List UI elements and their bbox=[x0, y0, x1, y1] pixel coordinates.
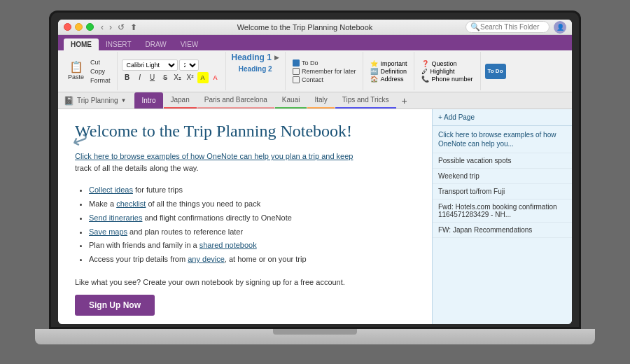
tab-intro-label: Intro bbox=[141, 97, 155, 104]
itineraries-link[interactable]: Send itineraries bbox=[89, 214, 142, 222]
list-item-text: and flight confirmations directly to One… bbox=[142, 214, 291, 222]
maximize-button[interactable] bbox=[86, 23, 94, 31]
checklist-link[interactable]: checklist bbox=[116, 200, 146, 208]
note-tabs: 📓 Trip Planning ▼ Intro Japan Paris and … bbox=[58, 92, 572, 109]
tab-insert[interactable]: INSERT bbox=[99, 38, 139, 50]
close-button[interactable] bbox=[64, 23, 71, 31]
italic-button[interactable]: I bbox=[134, 72, 146, 83]
important-tag[interactable]: ⭐ Important bbox=[370, 60, 407, 67]
superscript-button[interactable]: X² bbox=[185, 72, 196, 83]
tab-paris[interactable]: Paris and Barcelona bbox=[197, 92, 274, 108]
sidebar-page-item-5[interactable]: FW: Japan Recommendations bbox=[433, 223, 572, 238]
tab-home[interactable]: HOME bbox=[64, 38, 99, 50]
tab-intro[interactable]: Intro bbox=[134, 92, 162, 108]
list-item: Plan with friends and family in a shared… bbox=[89, 239, 415, 253]
traffic-lights bbox=[64, 23, 94, 31]
todo-badge[interactable]: To Do bbox=[485, 64, 506, 79]
sidebar-page-item-4[interactable]: Fwd: Hotels.com booking confirmation 116… bbox=[433, 200, 572, 223]
window-title: Welcome to the Trip Planning Notebook bbox=[144, 23, 465, 31]
tab-draw[interactable]: DRAW bbox=[139, 38, 174, 50]
screen-bezel: ‹ › ↺ ⬆ Welcome to the Trip Planning Not… bbox=[58, 20, 572, 324]
search-input[interactable] bbox=[480, 23, 545, 31]
heading1-button[interactable]: Heading 1 ▶ bbox=[229, 52, 282, 63]
sidebar-page-item-2[interactable]: Weekend trip bbox=[433, 169, 572, 184]
notebook-tab[interactable]: 📓 Trip Planning ▼ bbox=[58, 92, 132, 108]
tab-view[interactable]: VIEW bbox=[174, 38, 206, 50]
address-tag[interactable]: 🏠 Address bbox=[370, 76, 407, 83]
format-buttons-row: B I U S̶ X₂ X² A A bbox=[122, 72, 221, 83]
highlight-tag[interactable]: 🖊 Highlight bbox=[421, 68, 472, 75]
todo-checkbox bbox=[293, 59, 300, 66]
list-item-text: for future trips bbox=[133, 186, 183, 194]
tab-italy[interactable]: Italy bbox=[307, 92, 334, 108]
add-tab-button[interactable]: + bbox=[396, 92, 413, 108]
phone-icon: 📞 bbox=[421, 76, 429, 83]
contact-task[interactable]: Contact bbox=[293, 76, 356, 83]
main-content: ↩ Welcome to the Trip Planning Notebook!… bbox=[58, 109, 572, 324]
ribbon-tabs: HOME INSERT DRAW VIEW bbox=[58, 35, 572, 50]
subtitle-link[interactable]: Click here to browse examples of how One… bbox=[75, 152, 353, 160]
sidebar-page-item-3[interactable]: Transport to/from Fuji bbox=[433, 184, 572, 200]
sidebar-page-item-1[interactable]: Possible vacation spots bbox=[433, 153, 572, 169]
notebook-name: Trip Planning bbox=[77, 97, 118, 104]
contact-label: Contact bbox=[302, 76, 323, 83]
remember-task[interactable]: Remember for later bbox=[293, 68, 356, 75]
right-sidebar: + Add Page Click here to browse examples… bbox=[432, 109, 572, 324]
address-icon: 🏠 bbox=[370, 76, 378, 83]
tab-japan[interactable]: Japan bbox=[164, 92, 197, 108]
format-button[interactable]: Format bbox=[88, 76, 113, 85]
font-size-select[interactable]: 20 bbox=[179, 59, 199, 71]
paste-group: 📋 Paste Cut Copy Format bbox=[61, 52, 118, 90]
more-tags-list: ❓ Question 🖊 Highlight 📞 Phone number bbox=[419, 60, 475, 83]
definition-tag[interactable]: 🔤 Definition bbox=[370, 68, 407, 75]
paste-label: Paste bbox=[68, 74, 84, 80]
underline-button[interactable]: U bbox=[147, 72, 158, 83]
tab-paris-label: Paris and Barcelona bbox=[204, 96, 267, 104]
note-subtitle: Click here to browse examples of how One… bbox=[75, 150, 415, 174]
add-page-button[interactable]: + Add Page bbox=[433, 109, 572, 126]
copy-button[interactable]: Copy bbox=[88, 67, 113, 76]
save-maps-link[interactable]: Save maps bbox=[89, 227, 127, 236]
subtitle-text: track of all the details along the way. bbox=[75, 164, 199, 172]
subscript-button[interactable]: X₂ bbox=[172, 72, 183, 83]
tab-kauai[interactable]: Kauai bbox=[275, 92, 307, 108]
paste-button[interactable]: 📋 Paste bbox=[65, 60, 87, 82]
list-item: Send itineraries and flight confirmation… bbox=[89, 211, 415, 225]
sidebar-link-item[interactable]: Click here to browse examples of how One… bbox=[433, 126, 572, 153]
font-name-select[interactable]: Calibri Light bbox=[122, 59, 178, 71]
bold-button[interactable]: B bbox=[122, 72, 133, 83]
todo-badge-group: To Do bbox=[481, 52, 510, 90]
more-tags-group: ❓ Question 🖊 Highlight 📞 Phone number bbox=[414, 52, 480, 90]
refresh-icon[interactable]: ↺ bbox=[118, 22, 125, 32]
highlight-icon: 🖊 bbox=[421, 68, 428, 75]
tab-tips[interactable]: Tips and Tricks bbox=[335, 92, 396, 108]
signup-button[interactable]: Sign Up Now bbox=[75, 295, 155, 316]
search-box[interactable]: 🔍 bbox=[465, 21, 550, 33]
minimize-button[interactable] bbox=[75, 23, 83, 31]
question-tag[interactable]: ❓ Question bbox=[421, 60, 472, 67]
notebook-dropdown-icon: ▼ bbox=[121, 97, 127, 104]
note-content-area[interactable]: ↩ Welcome to the Trip Planning Notebook!… bbox=[58, 109, 432, 324]
font-color-button[interactable]: A bbox=[210, 72, 221, 83]
heading2-button[interactable]: Heading 2 bbox=[236, 64, 275, 74]
back-icon[interactable]: ‹ bbox=[101, 22, 104, 32]
user-avatar[interactable]: 👤 bbox=[554, 21, 566, 34]
todo-task[interactable]: To Do bbox=[293, 59, 356, 66]
phone-tag[interactable]: 📞 Phone number bbox=[421, 76, 472, 83]
list-item: Collect ideas for future trips bbox=[89, 183, 415, 197]
shared-notebook-link[interactable]: shared notebook bbox=[200, 241, 257, 249]
any-device-link[interactable]: any device bbox=[188, 255, 225, 263]
laptop-screen: ‹ › ↺ ⬆ Welcome to the Trip Planning Not… bbox=[49, 10, 581, 329]
note-footer: Like what you see? Create your own noteb… bbox=[75, 278, 415, 286]
share-icon[interactable]: ⬆ bbox=[130, 22, 137, 32]
paste-icon: 📋 bbox=[69, 62, 83, 73]
laptop-shell: ‹ › ↺ ⬆ Welcome to the Trip Planning Not… bbox=[42, 10, 588, 354]
strikethrough-button[interactable]: S̶ bbox=[160, 72, 171, 83]
list-item: Access your trip details from any device… bbox=[89, 253, 415, 267]
font-name-row: Calibri Light 20 bbox=[122, 59, 221, 71]
sidebar-link-text: Click here to browse examples of how One… bbox=[438, 131, 556, 148]
highlight-button[interactable]: A bbox=[197, 72, 209, 83]
collect-ideas-link[interactable]: Collect ideas bbox=[89, 186, 133, 194]
cut-button[interactable]: Cut bbox=[88, 58, 113, 66]
forward-icon[interactable]: › bbox=[109, 22, 112, 32]
